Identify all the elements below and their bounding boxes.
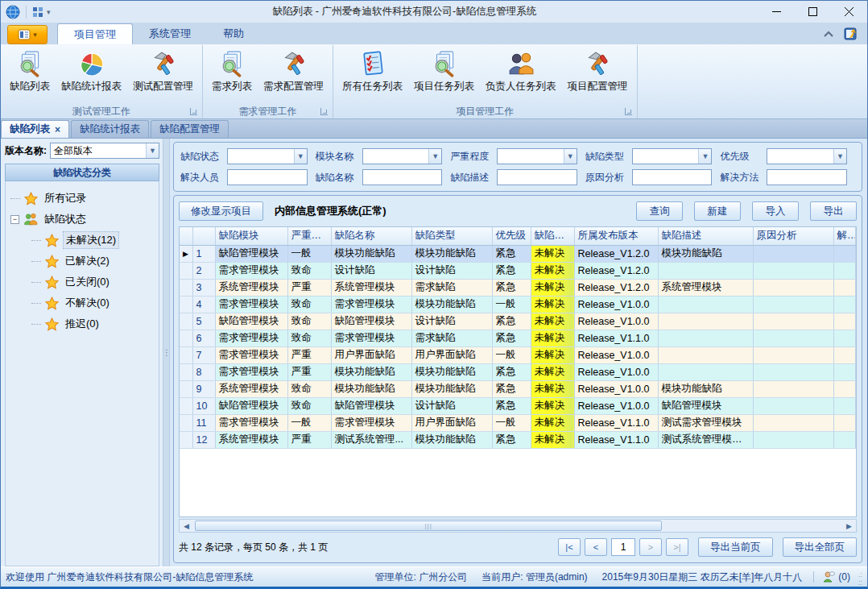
cell[interactable]: 未解决 [531, 380, 574, 397]
column-header-缺陷名称[interactable]: 缺陷名称 [331, 227, 411, 245]
export-all-pages-button[interactable]: 导出全部页 [783, 537, 858, 557]
column-header-缺陷模块[interactable]: 缺陷模块 [215, 227, 287, 245]
ribbon-button-项目任务列表[interactable]: 项目任务列表 [408, 47, 480, 95]
column-header-缺陷状态[interactable]: 缺陷状态 [531, 227, 574, 245]
cell[interactable]: 系统管理模块 [658, 279, 753, 296]
table-row[interactable]: 9系统管理模块致命模块功能缺陷模块功能缺陷紧急未解决Release_V1.0.0… [180, 380, 856, 397]
cell[interactable] [753, 245, 833, 262]
cell[interactable]: 用户界面缺陷 [411, 414, 492, 431]
cell[interactable]: 严重 [287, 363, 331, 380]
cell[interactable]: 紧急 [492, 262, 531, 279]
filter-input-defect-name[interactable] [362, 169, 443, 185]
next-page-button[interactable]: > [639, 538, 662, 556]
cell[interactable] [833, 245, 856, 262]
cell[interactable]: 未解决 [531, 346, 574, 363]
cell[interactable] [833, 346, 856, 363]
maximize-button[interactable] [795, 1, 831, 23]
cell[interactable] [658, 363, 753, 380]
cell[interactable]: 需求管理模块 [215, 262, 287, 279]
column-header-所属发布版本[interactable]: 所属发布版本 [574, 227, 658, 245]
cell[interactable]: 模块功能缺陷 [658, 380, 753, 397]
cell[interactable]: 一般 [492, 296, 531, 313]
cell[interactable]: 未解决 [531, 363, 574, 380]
table-row[interactable]: 3系统管理模块严重系统管理模块需求缺陷紧急未解决Release_V1.2.0系统… [180, 279, 856, 296]
cell[interactable]: Release_V1.2.0 [574, 262, 658, 279]
cell[interactable]: 用户界面缺陷 [331, 346, 411, 363]
cell[interactable]: 未解决 [531, 330, 574, 346]
cell[interactable] [833, 313, 856, 330]
cell[interactable] [658, 262, 753, 279]
cell[interactable] [833, 414, 856, 431]
cell[interactable]: Release_V1.0.0 [574, 380, 658, 397]
table-row[interactable]: 8需求管理模块严重模块功能缺陷模块功能缺陷紧急未解决Release_V1.0.0 [180, 363, 856, 380]
tree-item-已解决(2)[interactable]: 已解决(2) [31, 251, 157, 272]
tree-item-所有记录[interactable]: 所有记录 [10, 188, 157, 209]
table-row[interactable]: ▶1缺陷管理模块一般模块功能缺陷模块功能缺陷紧急未解决Release_V1.2.… [180, 245, 856, 262]
cell[interactable]: 未解决 [531, 313, 574, 330]
dialog-launcher-icon[interactable] [320, 108, 328, 115]
cell[interactable]: 需求缺陷 [411, 279, 492, 296]
column-header-缺陷描述[interactable]: 缺陷描述 [658, 227, 753, 245]
cell[interactable]: 严重 [287, 279, 331, 296]
ribbon-button-需求配置管理[interactable]: 需求配置管理 [258, 47, 329, 95]
cell[interactable]: Release_V1.2.0 [574, 245, 658, 262]
cell[interactable]: 严重 [287, 431, 331, 448]
cell[interactable]: 致命 [287, 296, 331, 313]
cell[interactable]: 未解决 [531, 431, 574, 448]
export-current-page-button[interactable]: 导出当前页 [698, 537, 773, 557]
tree-item-已关闭(0)[interactable]: 已关闭(0) [31, 272, 157, 292]
cell[interactable] [753, 313, 833, 330]
doc-tab-缺陷配置管理[interactable]: 缺陷配置管理 [151, 120, 229, 138]
cell[interactable]: 模块功能缺陷 [331, 245, 411, 262]
cell[interactable]: 紧急 [492, 279, 531, 296]
cell[interactable]: Release_V1.2.0 [574, 279, 658, 296]
scroll-right-icon[interactable]: ▶ [842, 520, 856, 532]
cell[interactable]: 一般 [287, 245, 331, 262]
ribbon-tab-系统管理[interactable]: 系统管理 [133, 23, 207, 44]
cell[interactable]: 模块功能缺陷 [658, 245, 753, 262]
column-header-缺陷类型[interactable]: 缺陷类型 [411, 227, 492, 245]
filter-input-solution[interactable] [767, 169, 847, 185]
cell[interactable]: 一般 [492, 346, 531, 363]
cell[interactable]: 致命 [287, 380, 331, 397]
cell[interactable]: 缺陷管理模块 [215, 397, 287, 414]
filter-input-defect-desc[interactable] [497, 169, 577, 185]
cell[interactable]: 模块功能缺陷 [411, 363, 492, 380]
dialog-launcher-icon[interactable] [625, 108, 632, 115]
cell[interactable]: 未解决 [531, 296, 574, 313]
ribbon-button-项目配置管理[interactable]: 项目配置管理 [562, 47, 634, 95]
prev-page-button[interactable]: < [585, 538, 607, 556]
cell[interactable]: 紧急 [492, 245, 531, 262]
tree-item-缺陷状态[interactable]: −缺陷状态 [10, 209, 157, 230]
version-select[interactable]: 全部版本 ▼ [50, 143, 159, 159]
cell[interactable]: 模块功能缺陷 [331, 363, 411, 380]
cell[interactable]: 模块功能缺陷 [411, 296, 492, 313]
table-row[interactable]: 2需求管理模块致命设计缺陷设计缺陷紧急未解决Release_V1.2.0 [180, 262, 856, 279]
cell[interactable] [833, 397, 856, 414]
cell[interactable]: 缺陷管理模块 [215, 245, 287, 262]
cell[interactable] [658, 346, 753, 363]
cell[interactable] [753, 397, 833, 414]
close-button[interactable] [831, 1, 867, 23]
ribbon-button-缺陷列表[interactable]: 缺陷列表 [4, 47, 56, 95]
cell[interactable] [753, 380, 833, 397]
filter-input-resolver[interactable] [227, 169, 308, 185]
filter-select-defect-status[interactable]: ▼ [227, 148, 308, 164]
cell[interactable] [753, 363, 833, 380]
cell[interactable]: 测试系统管理模块... [658, 431, 753, 448]
tree-item-不解决(0)[interactable]: 不解决(0) [31, 292, 157, 313]
column-header-优先级[interactable]: 优先级 [492, 227, 531, 245]
query-button[interactable]: 查询 [636, 201, 683, 221]
cell[interactable]: 系统管理模块 [215, 380, 287, 397]
first-page-button[interactable]: |< [558, 538, 581, 556]
column-header-原因分析[interactable]: 原因分析 [753, 227, 833, 245]
cell[interactable]: 未解决 [531, 279, 574, 296]
cell[interactable]: 模块功能缺陷 [411, 431, 492, 448]
cell[interactable] [753, 296, 833, 313]
cell[interactable]: 未解决 [531, 414, 574, 431]
cell[interactable]: 缺陷管理模块 [215, 313, 287, 330]
cell[interactable]: Release_V1.1.0 [574, 431, 658, 448]
cell[interactable]: Release_V1.0.0 [574, 397, 658, 414]
cell[interactable]: 紧急 [492, 380, 531, 397]
modify-columns-button[interactable]: 修改显示项目 [179, 201, 263, 221]
